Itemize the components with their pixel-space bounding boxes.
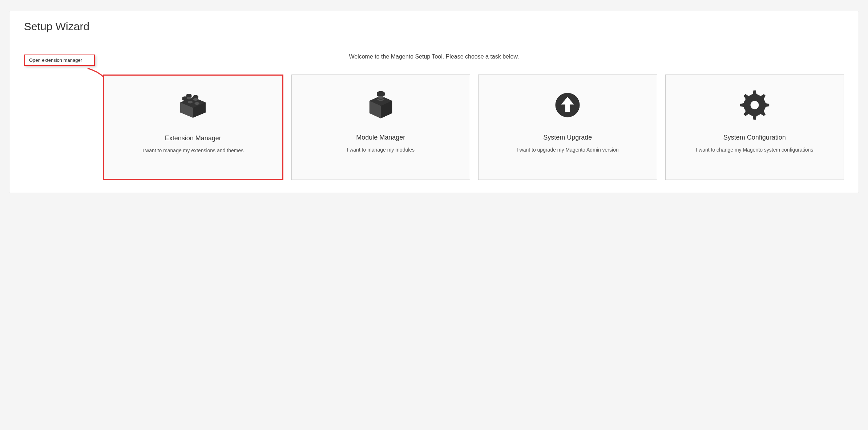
- page-title: Setup Wizard: [24, 20, 844, 41]
- card-title: System Upgrade: [543, 133, 592, 142]
- svg-point-20: [195, 102, 199, 105]
- content-row: Open extension manager: [24, 75, 844, 180]
- callout-open-extension-manager: Open extension manager: [24, 55, 95, 66]
- svg-point-14: [187, 97, 191, 99]
- gear-icon: [740, 89, 770, 121]
- arrow-up-circle-icon: [553, 89, 582, 121]
- svg-point-26: [378, 96, 384, 99]
- card-system-configuration[interactable]: System Configuration I want to change my…: [665, 75, 844, 180]
- svg-point-16: [193, 98, 198, 101]
- cube-icon: [367, 89, 395, 121]
- setup-wizard-panel: Setup Wizard Welcome to the Magento Setu…: [9, 11, 859, 193]
- lego-brick-icon: [176, 89, 210, 122]
- card-description: I want to manage my modules: [347, 146, 415, 153]
- card-title: System Configuration: [723, 133, 786, 142]
- svg-point-28: [750, 101, 759, 109]
- card-module-manager[interactable]: Module Manager I want to manage my modul…: [291, 75, 471, 180]
- card-title: Module Manager: [356, 133, 405, 142]
- card-system-upgrade[interactable]: System Upgrade I want to upgrade my Mage…: [478, 75, 657, 180]
- welcome-text: Welcome to the Magento Setup Tool. Pleas…: [24, 53, 844, 60]
- card-title: Extension Manager: [165, 134, 221, 142]
- arrow-icon: [86, 67, 95, 88]
- card-grid: Extension Manager I want to manage my ex…: [103, 75, 844, 180]
- annotation-block: Open extension manager: [24, 55, 95, 88]
- card-description: I want to upgrade my Magento Admin versi…: [517, 146, 619, 153]
- card-description: I want to manage my extensions and theme…: [142, 147, 243, 154]
- svg-point-18: [188, 101, 193, 103]
- card-description: I want to change my Magento system confi…: [696, 146, 813, 153]
- card-extension-manager[interactable]: Extension Manager I want to manage my ex…: [103, 75, 283, 180]
